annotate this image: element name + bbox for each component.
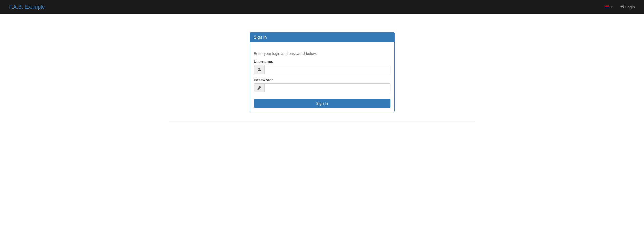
login-link[interactable]: Login xyxy=(617,1,639,13)
brand-link[interactable]: F.A.B. Example xyxy=(5,0,49,14)
caret-down-icon xyxy=(611,7,613,8)
panel-wrapper: Sign In Enter your login and password be… xyxy=(173,32,471,112)
password-input[interactable] xyxy=(264,83,390,92)
signin-icon xyxy=(620,5,624,9)
panel-title: Sign In xyxy=(254,35,390,40)
username-group: Username: xyxy=(254,60,390,74)
login-label: Login xyxy=(625,5,635,9)
main-container: Sign In Enter your login and password be… xyxy=(169,32,475,112)
password-group: Password: xyxy=(254,78,390,92)
username-label: Username: xyxy=(254,60,390,64)
panel-heading: Sign In xyxy=(250,32,394,42)
help-text: Enter your login and password below: xyxy=(254,51,390,56)
signin-panel: Sign In Enter your login and password be… xyxy=(250,32,395,112)
navbar: F.A.B. Example Login xyxy=(0,0,644,14)
flag-uk-icon xyxy=(605,5,609,8)
navbar-right: Login xyxy=(601,1,639,13)
password-input-group xyxy=(254,83,390,92)
footer-divider xyxy=(169,121,475,121)
username-input[interactable] xyxy=(264,65,390,74)
username-input-group xyxy=(254,65,390,74)
key-icon xyxy=(254,83,264,92)
signin-button[interactable]: Sign In xyxy=(254,99,390,108)
user-icon xyxy=(254,65,264,74)
language-dropdown[interactable] xyxy=(601,2,617,12)
password-label: Password: xyxy=(254,78,390,82)
panel-body: Enter your login and password below: Use… xyxy=(250,42,394,112)
